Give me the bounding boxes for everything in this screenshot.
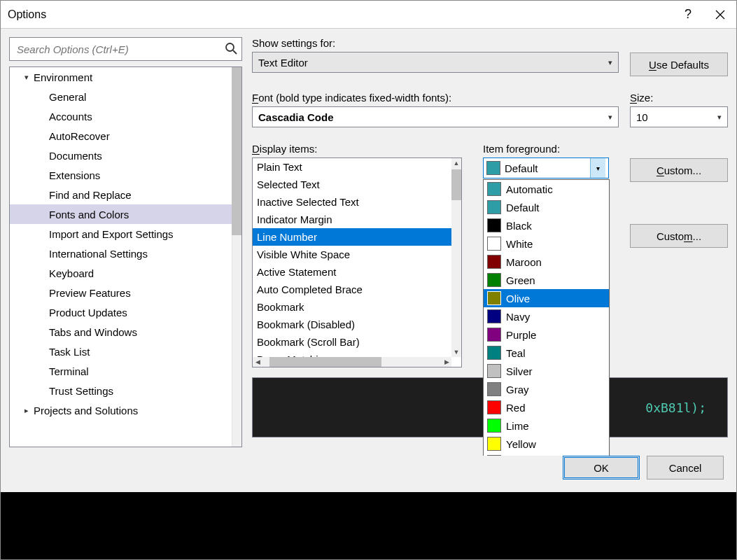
tree-item-label: Task List <box>49 346 90 358</box>
tree-item[interactable]: Tabs and Windows <box>10 322 232 342</box>
display-item[interactable]: Brace Matching <box>253 351 451 357</box>
item-foreground-value: Default <box>505 162 538 174</box>
tree-item[interactable]: Keyboard <box>10 263 232 283</box>
display-item[interactable]: Selected Text <box>253 176 451 193</box>
svg-point-2 <box>226 43 234 51</box>
color-swatch <box>487 182 501 196</box>
tree-scrollbar-thumb[interactable] <box>232 67 241 235</box>
display-item[interactable]: Plain Text <box>253 158 451 176</box>
color-option[interactable]: Red <box>484 398 609 416</box>
cancel-button[interactable]: Cancel <box>647 456 724 479</box>
color-option-label: Green <box>506 274 535 286</box>
color-option-label: Lime <box>506 420 529 432</box>
tree-scrollbar[interactable] <box>232 67 241 447</box>
list-vscrollbar[interactable]: ▲ ▼ <box>451 158 461 357</box>
tree-item[interactable]: Terminal <box>10 361 232 381</box>
tree-item-label: AutoRecover <box>49 130 110 142</box>
font-combo[interactable]: Cascadia Code ▾ <box>252 106 619 127</box>
tree-item[interactable]: Product Updates <box>10 302 232 322</box>
color-option[interactable]: Purple <box>484 326 609 344</box>
help-button[interactable]: ? <box>672 1 704 28</box>
tree-item-label: Environment <box>34 71 92 83</box>
window-title: Options <box>1 8 46 21</box>
display-item[interactable]: Bookmark (Scroll Bar) <box>253 333 451 351</box>
color-option[interactable]: Maroon <box>484 253 609 271</box>
color-option[interactable]: Olive <box>484 289 609 307</box>
tree-item-label: Trust Settings <box>49 385 113 397</box>
tree-item[interactable]: Find and Replace <box>10 185 232 204</box>
tree-item-label: General <box>49 91 86 103</box>
item-foreground-dropdown[interactable]: AutomaticDefaultBlackWhiteMaroonGreenOli… <box>483 179 610 456</box>
close-button[interactable] <box>704 1 736 28</box>
tree-item[interactable]: Import and Export Settings <box>10 224 232 244</box>
size-combo[interactable]: 10 ▾ <box>630 106 728 127</box>
list-hscroll-thumb[interactable] <box>269 357 381 367</box>
display-item[interactable]: Inactive Selected Text <box>253 193 451 211</box>
tree-item[interactable]: General <box>10 87 232 106</box>
list-vscroll-thumb[interactable] <box>451 169 461 200</box>
color-option-label: Teal <box>506 347 526 359</box>
color-swatch <box>487 328 501 342</box>
expand-icon[interactable]: ▸ <box>22 406 31 415</box>
chevron-down-icon: ▾ <box>608 58 612 67</box>
show-settings-combo[interactable]: Text Editor ▾ <box>252 52 619 73</box>
display-item[interactable]: Line Number <box>253 228 451 246</box>
dialog-footer: OK Cancel <box>1 456 736 492</box>
tree-item-label: Product Updates <box>49 307 127 318</box>
display-item[interactable]: Visible White Space <box>253 246 451 263</box>
display-item[interactable]: Active Statement <box>253 263 451 281</box>
scroll-right-icon[interactable]: ▶ <box>442 357 451 367</box>
chevron-down-icon: ▾ <box>717 113 722 122</box>
ok-button[interactable]: OK <box>563 456 640 479</box>
display-items-list[interactable]: Plain TextSelected TextInactive Selected… <box>252 158 462 368</box>
search-input[interactable] <box>15 43 220 56</box>
display-item[interactable]: Bookmark <box>253 298 451 316</box>
tree-category[interactable]: ▸Projects and Solutions <box>10 400 232 420</box>
list-hscrollbar[interactable]: ◀ ▶ <box>253 357 451 367</box>
color-option-label: Maroon <box>506 256 542 268</box>
tree-item[interactable]: Extensions <box>10 165 232 185</box>
color-option[interactable]: White <box>484 234 609 253</box>
color-option[interactable]: Black <box>484 216 609 234</box>
tree-item[interactable]: Preview Features <box>10 283 232 302</box>
search-options[interactable] <box>9 37 242 61</box>
chevron-down-icon[interactable]: ▾ <box>590 158 605 178</box>
custom-foreground-button[interactable]: Custom... <box>630 158 728 182</box>
color-swatch <box>487 382 501 396</box>
scroll-down-icon[interactable]: ▼ <box>451 347 461 357</box>
color-option[interactable]: Gray <box>484 380 609 398</box>
display-item[interactable]: Bookmark (Disabled) <box>253 316 451 333</box>
collapse-icon[interactable]: ▾ <box>22 73 31 82</box>
custom-background-button[interactable]: Custom... <box>630 224 728 248</box>
size-label: Size: <box>630 92 728 104</box>
tree-item[interactable]: Trust Settings <box>10 381 232 400</box>
tree-item[interactable]: AutoRecover <box>10 126 232 146</box>
scroll-left-icon[interactable]: ◀ <box>253 357 262 367</box>
item-foreground-combo[interactable]: Default ▾ <box>483 158 609 178</box>
use-defaults-button[interactable]: Use Defaults <box>630 52 728 76</box>
tree-category[interactable]: ▾Environment <box>10 67 232 87</box>
color-option-label: Gray <box>506 384 529 396</box>
options-tree[interactable]: ▾EnvironmentGeneralAccountsAutoRecoverDo… <box>9 66 242 447</box>
color-option[interactable]: Lime <box>484 416 609 435</box>
display-item[interactable]: Auto Completed Brace <box>253 281 451 298</box>
color-option[interactable]: Blue <box>484 453 609 456</box>
color-option[interactable]: Default <box>484 198 609 216</box>
tree-item[interactable]: International Settings <box>10 244 232 263</box>
color-option[interactable]: Yellow <box>484 435 609 453</box>
color-option[interactable]: Automatic <box>484 180 609 198</box>
color-option-label: Silver <box>506 365 533 377</box>
color-option[interactable]: Teal <box>484 344 609 362</box>
display-item[interactable]: Indicator Margin <box>253 211 451 228</box>
color-option[interactable]: Silver <box>484 362 609 380</box>
tree-item[interactable]: Fonts and Colors <box>10 204 232 224</box>
scroll-up-icon[interactable]: ▲ <box>451 158 461 168</box>
color-option[interactable]: Navy <box>484 307 609 326</box>
tree-item[interactable]: Task List <box>10 342 232 361</box>
color-option[interactable]: Green <box>484 271 609 289</box>
tree-item-label: Preview Features <box>49 287 131 299</box>
tree-item[interactable]: Documents <box>10 146 232 165</box>
tree-item-label: Keyboard <box>49 267 94 279</box>
tree-item[interactable]: Accounts <box>10 106 232 126</box>
chevron-down-icon: ▾ <box>608 113 612 122</box>
